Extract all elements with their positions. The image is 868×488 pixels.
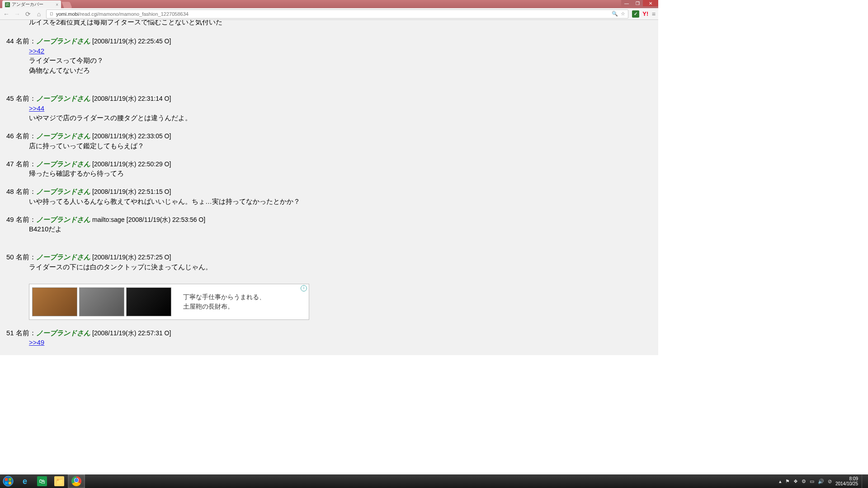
post-header: 51 名前：ノーブランドさん [2008/11/19(水) 22:57:31 O… [6, 328, 658, 338]
post-timestamp: [2008/11/19(水) 22:51:15 O] [92, 188, 171, 195]
post-author: ノーブランドさん [36, 253, 90, 261]
post-header: 45 名前：ノーブランドさん [2008/11/19(水) 22:31:14 O… [6, 94, 658, 103]
thread-post: 48 名前：ノーブランドさん [2008/11/19(水) 22:51:15 O… [6, 187, 658, 206]
post-header: 47 名前：ノーブランドさん [2008/11/19(水) 22:50:29 O… [6, 159, 658, 169]
post-name-label: 名前： [16, 329, 36, 337]
ad-images [29, 285, 174, 319]
post-number: 48 [6, 188, 14, 195]
tab-favicon: 読 [5, 2, 10, 7]
thread-post: 46 名前：ノーブランドさん [2008/11/19(水) 22:33:05 O… [6, 131, 658, 151]
post-body: >>49 [29, 338, 658, 347]
extension-icons: ✓ Y! ≡ [632, 10, 656, 18]
url-host: yomi.mobi [56, 11, 79, 17]
post-author: ノーブランドさん [36, 94, 90, 102]
ad-text: 丁寧な手仕事からうまれる、土屋鞄の長財布。 [183, 292, 265, 311]
window-title-bar: 読 アンダーカバー × — ❐ ✕ [0, 0, 658, 8]
post-number: 47 [6, 160, 14, 168]
post-timestamp: [2008/11/19(水) 22:25:45 O] [92, 38, 171, 45]
post-author: ノーブランドさん [36, 216, 90, 223]
thread-post: 44 名前：ノーブランドさん [2008/11/19(水) 22:25:45 O… [6, 36, 658, 75]
post-number: 46 [6, 132, 14, 140]
post-body: 店に持っていって鑑定してもらえば？ [29, 141, 658, 151]
post-timestamp: [2008/11/19(水) 22:50:29 O] [92, 160, 171, 168]
browser-toolbar: ← → ⟳ ⌂ 🗋 yomi.mobi/read.cgi/mamono/mamo… [0, 8, 658, 20]
zoom-icon[interactable]: 🔍 [612, 11, 618, 17]
window-controls: — ❐ ✕ [621, 0, 658, 8]
post-body: 帰ったら確認するから待ってろ [29, 169, 658, 178]
thread-post: 47 名前：ノーブランドさん [2008/11/19(水) 22:50:29 O… [6, 159, 658, 179]
post-timestamp: [2008/11/19(水) 22:57:25 O] [92, 253, 171, 261]
post-name-label: 名前： [16, 37, 36, 45]
bookmark-star-icon[interactable]: ☆ [621, 11, 625, 17]
post-timestamp: [2008/11/19(水) 22:57:31 O] [92, 329, 171, 337]
post-header: 44 名前：ノーブランドさん [2008/11/19(水) 22:25:45 O… [6, 36, 658, 46]
post-number: 51 [6, 329, 14, 337]
thread-post: 50 名前：ノーブランドさん [2008/11/19(水) 22:57:25 O… [6, 252, 658, 272]
url-path: /read.cgi/mamono/mamono_fashion_12270586… [79, 11, 189, 17]
post-author: ノーブランドさん [36, 160, 90, 168]
post-author: ノーブランドさん [36, 188, 90, 195]
post-number: 44 [6, 37, 14, 45]
post-timestamp: [2008/11/19(水) 22:53:56 O] [127, 216, 205, 223]
post-author: ノーブランドさん [36, 329, 90, 337]
tab-close-icon[interactable]: × [56, 2, 58, 7]
home-button[interactable]: ⌂ [35, 10, 42, 18]
ad-image [79, 287, 124, 316]
post-body: B4210だよ [29, 224, 658, 234]
post-anchor-link[interactable]: >>42 [29, 47, 44, 55]
post-author: ノーブランドさん [36, 37, 90, 45]
forward-button[interactable]: → [14, 10, 21, 18]
post-name-label: 名前： [16, 253, 36, 261]
post-author: ノーブランドさん [36, 132, 90, 140]
ad-info-icon[interactable]: i [301, 285, 307, 291]
ad-image [32, 287, 77, 316]
post-body: >>42ライダースって今期の？偽物なんてないだろ [29, 46, 658, 75]
norton-extension-icon[interactable]: ✓ [632, 10, 639, 18]
post-number: 49 [6, 216, 14, 223]
page-content: ルイスを2着位買えは毎期フイタースで悩むことないと気付いた 44 名前：ノーブラ… [0, 20, 658, 355]
address-bar[interactable]: 🗋 yomi.mobi/read.cgi/mamono/mamono_fashi… [46, 9, 628, 19]
ad-image [126, 287, 171, 316]
post-timestamp: [2008/11/19(水) 22:31:14 O] [92, 95, 171, 102]
browser-tabs: 読 アンダーカバー × [0, 0, 71, 8]
post-mail: mailto:sage [92, 216, 125, 223]
post-name-label: 名前： [16, 132, 36, 140]
yahoo-extension-icon[interactable]: Y! [642, 10, 649, 18]
thread-post: 49 名前：ノーブランドさん mailto:sage [2008/11/19(水… [6, 215, 658, 235]
post-anchor-link[interactable]: >>44 [29, 104, 44, 112]
thread-post: 45 名前：ノーブランドさん [2008/11/19(水) 22:31:14 O… [6, 94, 658, 123]
chrome-menu-icon[interactable]: ≡ [652, 10, 656, 18]
post-number: 45 [6, 94, 14, 102]
thread-post: 51 名前：ノーブランドさん [2008/11/19(水) 22:57:31 O… [6, 328, 658, 348]
thread: ルイスを2着位買えは毎期フイタースで悩むことないと気付いた 44 名前：ノーブラ… [0, 20, 658, 347]
post-name-label: 名前： [16, 160, 36, 168]
reload-button[interactable]: ⟳ [24, 10, 32, 18]
back-button[interactable]: ← [3, 10, 10, 18]
window-close-button[interactable]: ✕ [643, 0, 658, 6]
post-header: 50 名前：ノーブランドさん [2008/11/19(水) 22:57:25 O… [6, 252, 658, 262]
post-header: 48 名前：ノーブランドさん [2008/11/19(水) 22:51:15 O… [6, 187, 658, 197]
page-icon: 🗋 [49, 11, 54, 16]
window-minimize-button[interactable]: — [621, 0, 632, 6]
post-name-label: 名前： [16, 216, 36, 223]
post-body: >>44いやマジで店のライダースの腰タグとは違うんだよ。 [29, 103, 658, 123]
ad-line2: 土屋鞄の長財布。 [183, 302, 265, 311]
post-name-label: 名前： [16, 94, 36, 102]
post-number: 50 [6, 253, 14, 261]
ad-line1: 丁寧な手仕事からうまれる、 [183, 292, 265, 302]
post-name-label: 名前： [16, 188, 36, 195]
post-header: 46 名前：ノーブランドさん [2008/11/19(水) 22:33:05 O… [6, 131, 658, 141]
new-tab-button[interactable] [61, 2, 72, 8]
tab-title: アンダーカバー [12, 1, 43, 8]
post-body: いや持ってる人いるんなら教えてやればいいじゃん。ちょ…実は持ってなかったとかか？ [29, 197, 658, 206]
advertisement-banner[interactable]: 丁寧な手仕事からうまれる、土屋鞄の長財布。i [29, 284, 309, 320]
partial-post-body: ルイスを2着位買えは毎期フイタースで悩むことないと気付いた [29, 20, 658, 27]
browser-tab-active[interactable]: 読 アンダーカバー × [2, 0, 61, 8]
post-anchor-link[interactable]: >>49 [29, 338, 44, 346]
post-header: 49 名前：ノーブランドさん mailto:sage [2008/11/19(水… [6, 215, 658, 225]
window-maximize-button[interactable]: ❐ [632, 0, 643, 6]
post-timestamp: [2008/11/19(水) 22:33:05 O] [92, 132, 171, 140]
post-body: ライダースの下には白のタンクトップに決まってんじゃん。 [29, 262, 658, 272]
